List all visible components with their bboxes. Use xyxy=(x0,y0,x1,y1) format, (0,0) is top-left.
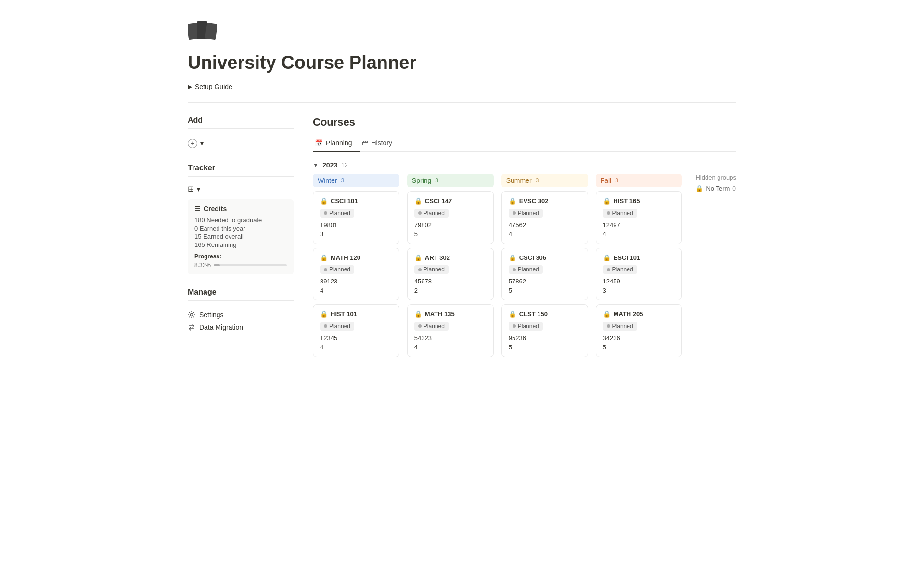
table-row[interactable]: 🔒 MATH 205 Planned 34236 5 xyxy=(596,304,682,357)
summer-count: 3 xyxy=(536,177,539,184)
table-row[interactable]: 🔒 CSCI 306 Planned 57862 5 xyxy=(501,248,588,301)
card-credits: 4 xyxy=(320,344,392,351)
status-label: Planned xyxy=(329,266,350,273)
status-badge: Planned xyxy=(320,209,354,218)
spring-cards: 🔒 CSCI 147 Planned 79802 5 xyxy=(407,191,494,357)
add-section: Add + ▾ xyxy=(188,116,294,150)
card-number: 19801 xyxy=(320,221,392,229)
spring-label: Spring xyxy=(412,177,431,184)
winter-header: Winter 3 xyxy=(313,174,399,187)
summer-header: Summer 3 xyxy=(501,174,588,187)
status-label: Planned xyxy=(424,323,445,330)
progress-label: Progress: xyxy=(194,253,287,260)
hidden-groups-section: Hidden groups 🔒 No Term 0 xyxy=(690,174,736,357)
status-dot xyxy=(607,211,610,215)
status-dot xyxy=(324,268,327,271)
no-term-row: 🔒 No Term 0 xyxy=(695,185,736,192)
credits-needed: 180 Needed to graduate xyxy=(194,217,287,224)
history-tab-icon: 🗃 xyxy=(362,139,369,147)
status-badge: Planned xyxy=(603,209,637,218)
status-label: Planned xyxy=(612,210,633,217)
arrows-icon xyxy=(188,323,195,331)
course-title: CSCI 306 xyxy=(519,254,546,261)
card-credits: 5 xyxy=(414,231,487,238)
course-title: CSCI 147 xyxy=(425,197,452,205)
manage-title: Manage xyxy=(188,288,294,296)
lock-icon: 🔒 xyxy=(320,254,328,261)
table-row[interactable]: 🔒 EVSC 302 Planned 47562 4 xyxy=(501,191,588,244)
lock-icon: 🔒 xyxy=(509,310,516,318)
column-spring: Spring 3 🔒 CSCI 147 Planned xyxy=(407,174,498,357)
credits-stack-icon: ☰ xyxy=(194,205,201,213)
tab-history[interactable]: 🗃 History xyxy=(360,135,400,152)
tab-planning[interactable]: 📅 Planning xyxy=(313,135,360,152)
divider xyxy=(188,102,736,103)
status-badge: Planned xyxy=(414,265,449,274)
table-row[interactable]: 🔒 MATH 120 Planned 89123 4 xyxy=(313,248,399,301)
status-badge: Planned xyxy=(509,265,543,274)
table-row[interactable]: 🔒 CSCI 147 Planned 79802 5 xyxy=(407,191,494,244)
status-badge: Planned xyxy=(320,322,354,331)
status-dot xyxy=(324,211,327,215)
table-row[interactable]: 🔒 HIST 101 Planned 12345 4 xyxy=(313,304,399,357)
year-toggle[interactable]: ▼ xyxy=(313,162,319,168)
table-row[interactable]: 🔒 ART 302 Planned 45678 2 xyxy=(407,248,494,301)
table-row[interactable]: 🔒 CLST 150 Planned 95236 5 xyxy=(501,304,588,357)
data-migration-item[interactable]: Data Migration xyxy=(188,321,294,333)
year-row: ▼ 2023 12 xyxy=(313,161,736,169)
card-credits: 4 xyxy=(414,344,487,351)
status-badge: Planned xyxy=(603,322,637,331)
column-fall: Fall 3 🔒 HIST 165 Planned xyxy=(596,174,686,357)
courses-title: Courses xyxy=(313,116,736,128)
columns-container: Winter 3 🔒 CSCI 101 Planned xyxy=(313,174,736,357)
tracker-title: Tracker xyxy=(188,164,294,172)
gear-icon xyxy=(188,311,195,319)
lock-icon: 🔒 xyxy=(414,310,422,318)
status-badge: Planned xyxy=(509,209,543,218)
progress-pct: 8.33% xyxy=(194,262,211,269)
lock-icon: 🔒 xyxy=(509,197,516,205)
fall-cards: 🔒 HIST 165 Planned 12497 4 xyxy=(596,191,682,357)
card-number: 95236 xyxy=(509,334,581,342)
data-migration-label: Data Migration xyxy=(199,323,243,331)
setup-guide[interactable]: ▶ Setup Guide xyxy=(188,83,736,90)
card-credits: 3 xyxy=(320,231,392,238)
card-number: 47562 xyxy=(509,221,581,229)
progress-row: 8.33% xyxy=(194,262,287,269)
status-dot xyxy=(513,211,516,215)
status-label: Planned xyxy=(518,210,539,217)
course-title: HIST 101 xyxy=(331,310,357,318)
card-credits: 5 xyxy=(603,344,675,351)
tracker-view-button[interactable]: ⊞ ▾ xyxy=(188,184,200,193)
fall-header: Fall 3 xyxy=(596,174,682,187)
card-credits: 5 xyxy=(509,344,581,351)
table-row[interactable]: 🔒 ESCI 101 Planned 12459 3 xyxy=(596,248,682,301)
status-dot xyxy=(513,268,516,271)
lock-icon: 🔒 xyxy=(414,254,422,261)
credits-label: Credits xyxy=(204,205,227,213)
year-count: 12 xyxy=(341,162,347,168)
card-credits: 5 xyxy=(509,287,581,294)
status-badge: Planned xyxy=(603,265,637,274)
card-number: 12459 xyxy=(603,278,675,285)
table-row[interactable]: 🔒 HIST 165 Planned 12497 4 xyxy=(596,191,682,244)
table-row[interactable]: 🔒 MATH 135 Planned 54323 4 xyxy=(407,304,494,357)
card-credits: 2 xyxy=(414,287,487,294)
card-number: 89123 xyxy=(320,278,392,285)
page-title: University Course Planner xyxy=(188,52,736,73)
logo xyxy=(188,19,736,52)
table-row[interactable]: 🔒 CSCI 101 Planned 19801 3 xyxy=(313,191,399,244)
status-label: Planned xyxy=(424,210,445,217)
grid-icon: ⊞ xyxy=(188,184,194,193)
card-number: 12345 xyxy=(320,334,392,342)
status-badge: Planned xyxy=(414,209,449,218)
content-area: Courses 📅 Planning 🗃 History ▼ 2023 12 xyxy=(313,116,736,357)
card-number: 45678 xyxy=(414,278,487,285)
status-dot xyxy=(418,324,422,328)
history-tab-label: History xyxy=(372,139,393,147)
settings-item[interactable]: Settings xyxy=(188,308,294,321)
card-number: 34236 xyxy=(603,334,675,342)
add-button[interactable]: + ▾ xyxy=(188,137,204,150)
summer-label: Summer xyxy=(506,177,532,184)
credits-header: ☰ Credits xyxy=(194,205,287,213)
